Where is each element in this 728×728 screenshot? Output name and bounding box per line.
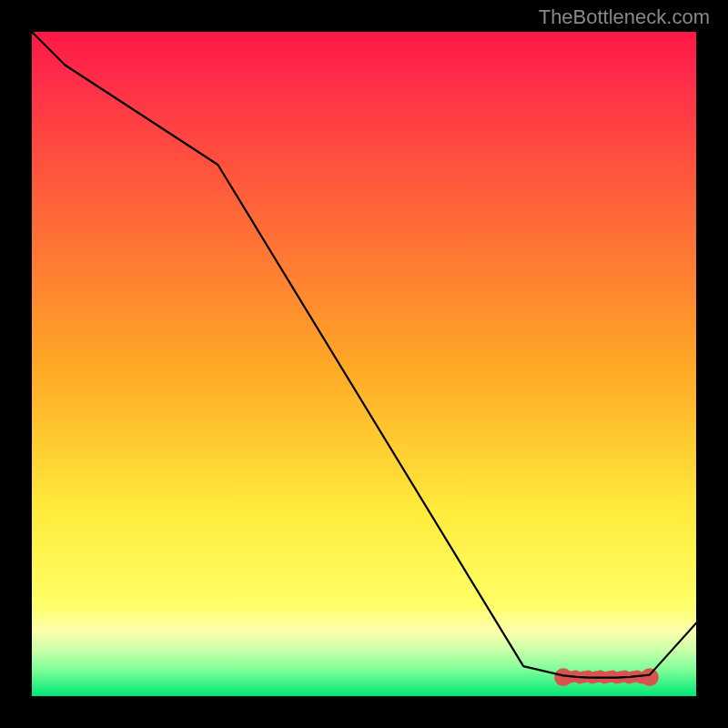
marker-end-dot — [554, 668, 572, 686]
gradient-background — [32, 32, 696, 696]
attribution-label: TheBottleneck.com — [539, 5, 710, 29]
plot-area — [32, 32, 696, 696]
chart-container: TheBottleneck.com — [0, 0, 728, 728]
marker-end-dot — [641, 668, 659, 686]
chart-svg — [32, 32, 696, 696]
